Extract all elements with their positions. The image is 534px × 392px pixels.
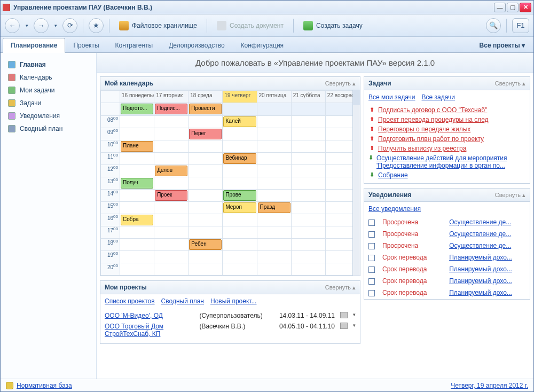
tab-projects[interactable]: Проекты bbox=[65, 38, 107, 52]
gantt-icon[interactable] bbox=[340, 312, 348, 318]
dropdown-icon[interactable]: ▾ bbox=[353, 312, 356, 317]
sidebar-item-label: Сводный план bbox=[20, 125, 62, 132]
calendar-event[interactable]: Перег bbox=[189, 129, 222, 139]
legal-base-link[interactable]: Нормативная база bbox=[17, 382, 72, 389]
calendar-event[interactable]: Вебинар bbox=[223, 153, 256, 164]
calendar-event[interactable]: Получ bbox=[121, 178, 153, 189]
calendar-scrollbar[interactable] bbox=[352, 90, 360, 276]
notification-link[interactable]: Планируемый дохо... bbox=[449, 265, 512, 273]
new-project-link[interactable]: Новый проект... bbox=[210, 297, 256, 305]
sidebar-item-0[interactable]: Главная bbox=[4, 58, 93, 71]
create-task-button[interactable]: Создать задачу bbox=[299, 18, 367, 34]
notification-link[interactable]: Осуществление де... bbox=[449, 218, 511, 226]
forward-button[interactable]: → bbox=[34, 18, 49, 33]
sidebar-item-1[interactable]: Календарь bbox=[4, 71, 93, 84]
tasks-collapse[interactable]: Свернуть ▴ bbox=[495, 80, 525, 87]
calendar-event[interactable]: Прове bbox=[223, 190, 256, 201]
notification-link[interactable]: Планируемый дохо... bbox=[449, 254, 512, 261]
calendar-event[interactable]: Делов bbox=[155, 166, 187, 176]
all-my-tasks-link[interactable]: Все мои задачи bbox=[368, 93, 415, 101]
favorites-button[interactable]: ★ bbox=[89, 18, 104, 33]
calendar-collapse[interactable]: Свернуть ▴ bbox=[325, 80, 356, 87]
notification-checkbox[interactable] bbox=[368, 219, 375, 226]
dropdown-icon[interactable]: ▾ bbox=[353, 323, 356, 328]
file-storage-button[interactable]: Файловое хранилище bbox=[115, 18, 201, 34]
current-date-link[interactable]: Четверг, 19 апреля 2012 г. bbox=[451, 382, 528, 389]
project-name-link[interactable]: ООО Торговый Дом СтройТехСнаб, КП bbox=[105, 323, 194, 338]
task-link[interactable]: Переговоры о передаче жилых bbox=[378, 126, 470, 133]
task-row: ⬆Переговоры о передаче жилых bbox=[368, 126, 525, 133]
priority-arrow-icon: ⬆ bbox=[368, 106, 375, 113]
all-projects-dropdown[interactable]: Все проекты ▾ bbox=[473, 38, 531, 52]
notification-link[interactable]: Планируемый дохо... bbox=[449, 277, 512, 285]
tab-planning[interactable]: Планирование bbox=[3, 38, 65, 53]
app-icon bbox=[3, 4, 10, 11]
notification-checkbox[interactable] bbox=[368, 231, 375, 238]
close-button[interactable]: ✕ bbox=[520, 3, 531, 12]
sidebar-icon bbox=[8, 99, 15, 107]
sidebar-icon bbox=[8, 87, 15, 94]
main-area: Добро пожаловать в «Управление проектами… bbox=[97, 53, 533, 379]
project-name-link[interactable]: ООО 'М-Видео', ОД bbox=[105, 312, 194, 319]
back-button[interactable]: ← bbox=[5, 18, 20, 33]
divider bbox=[207, 19, 207, 33]
calendar-event[interactable]: Проек bbox=[155, 190, 187, 201]
sidebar-item-5[interactable]: Сводный план bbox=[4, 122, 93, 135]
task-link[interactable]: Осуществление действий для мероприятия '… bbox=[376, 154, 525, 169]
task-link[interactable]: Проект перевода процедуры на след bbox=[378, 116, 489, 123]
gantt-icon[interactable] bbox=[340, 323, 348, 329]
maximize-button[interactable]: ▢ bbox=[507, 3, 519, 12]
notifications-collapse[interactable]: Свернуть ▴ bbox=[495, 192, 525, 199]
all-notifications-link[interactable]: Все уведомления bbox=[368, 205, 421, 213]
calendar-event[interactable]: Мероп bbox=[223, 202, 256, 213]
notification-link[interactable]: Планируемый дохо... bbox=[449, 289, 512, 296]
calendar-event[interactable]: Празд bbox=[258, 202, 290, 213]
priority-arrow-icon: ⬇ bbox=[368, 171, 375, 178]
projects-list-link[interactable]: Список проектов bbox=[105, 297, 155, 305]
project-row: ООО Торговый Дом СтройТехСнаб, КП(Васечк… bbox=[105, 321, 356, 339]
notification-checkbox[interactable] bbox=[368, 290, 375, 296]
notification-checkbox[interactable] bbox=[368, 255, 375, 261]
all-tasks-link[interactable]: Все задачи bbox=[422, 93, 456, 101]
sidebar-item-2[interactable]: Мои задачи bbox=[4, 84, 93, 97]
tab-config[interactable]: Конфигурация bbox=[233, 38, 292, 52]
calendar-grid[interactable]: 16 понедельник17 вторник18 среда19 четве… bbox=[100, 90, 360, 276]
divider bbox=[506, 19, 507, 33]
allday-event[interactable]: Подпис... bbox=[155, 104, 187, 114]
projects-collapse[interactable]: Свернуть ▴ bbox=[325, 284, 356, 291]
forward-history-dropdown[interactable]: ▾ bbox=[52, 18, 59, 33]
task-row: ⬆Получить выписку из реестра bbox=[368, 145, 525, 152]
sidebar-item-label: Задачи bbox=[20, 99, 41, 107]
refresh-button[interactable]: ⟳ bbox=[62, 18, 77, 33]
search-button[interactable]: 🔍 bbox=[486, 18, 501, 33]
allday-event[interactable]: Подгото... bbox=[121, 104, 153, 114]
priority-arrow-icon: ⬆ bbox=[368, 116, 375, 123]
sidebar-item-4[interactable]: Уведомления bbox=[4, 109, 93, 122]
notification-link[interactable]: Осуществление де... bbox=[449, 242, 511, 249]
notification-checkbox[interactable] bbox=[368, 278, 375, 285]
task-link[interactable]: Получить выписку из реестра bbox=[378, 145, 466, 152]
tab-contractors[interactable]: Контрагенты bbox=[107, 38, 161, 52]
minimize-button[interactable]: — bbox=[494, 3, 506, 12]
create-document-button[interactable]: Создать документ bbox=[213, 18, 288, 34]
notification-link[interactable]: Осуществление де... bbox=[449, 230, 511, 238]
notification-checkbox[interactable] bbox=[368, 266, 375, 273]
task-link[interactable]: Подготовить плвн работ по проекту bbox=[378, 135, 484, 143]
titlebar[interactable]: Управление проектами ПАУ (Васечкин В.В.)… bbox=[1, 1, 533, 14]
tab-docflow[interactable]: Делопроизводство bbox=[161, 38, 232, 52]
calendar-event[interactable]: Ребен bbox=[189, 239, 222, 250]
sidebar-item-label: Уведомления bbox=[20, 112, 60, 120]
task-link[interactable]: Подписать договор с ООО "Техснаб" bbox=[378, 106, 487, 114]
divider bbox=[293, 19, 294, 33]
notification-checkbox[interactable] bbox=[368, 243, 375, 249]
allday-event[interactable]: Провести bbox=[189, 104, 222, 114]
sidebar-item-3[interactable]: Задачи bbox=[4, 97, 93, 109]
task-link[interactable]: Собрание bbox=[378, 171, 408, 179]
calendar-event[interactable]: Плане bbox=[121, 141, 153, 152]
help-button[interactable]: F1 bbox=[512, 18, 529, 33]
calendar-event[interactable]: Калей bbox=[223, 116, 256, 127]
back-history-dropdown[interactable]: ▾ bbox=[23, 18, 30, 33]
calendar-event[interactable]: Собра bbox=[121, 215, 153, 225]
priority-arrow-icon: ⬆ bbox=[368, 126, 375, 132]
consolidated-plan-link[interactable]: Сводный план bbox=[161, 297, 204, 305]
